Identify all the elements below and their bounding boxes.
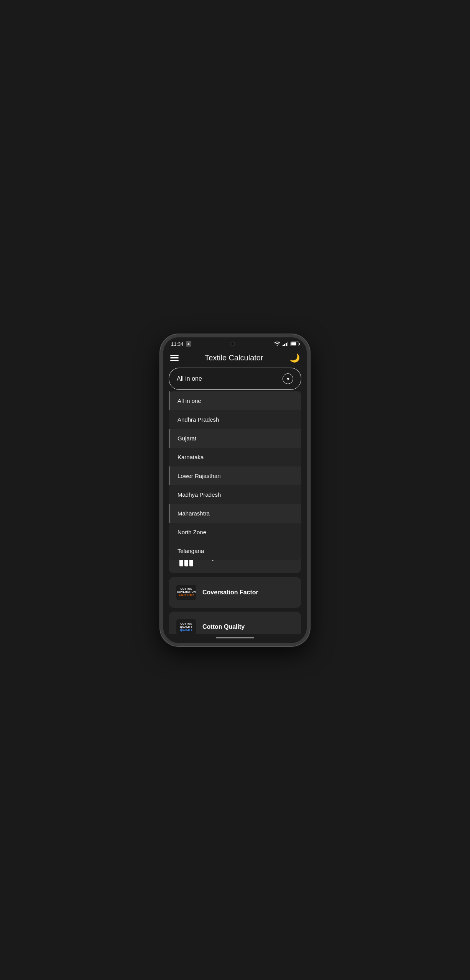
app-title: Textile Calculator: [205, 353, 263, 362]
dropdown-container: All in one ▾: [163, 368, 307, 391]
cotton-quality-icon: COTTONQUALITY QUALITY: [176, 617, 196, 634]
cotton-qual-box: COTTONQUALITY QUALITY: [176, 619, 196, 634]
phone-screen: 11:34 A: [163, 337, 307, 643]
signal-icon: [283, 342, 288, 346]
dropdown-selected-text: All in one: [177, 375, 202, 382]
scrollable-content: All in one Andhra Pradesh Gujarat Karnat…: [163, 391, 307, 634]
dropdown-option-telangana[interactable]: Telangana: [169, 542, 301, 560]
theme-toggle-icon[interactable]: 🌙: [289, 353, 300, 363]
home-indicator: [216, 637, 254, 638]
battery-fill: [291, 342, 296, 345]
status-icons: [274, 342, 299, 346]
bottom-bar: [163, 634, 307, 643]
dropdown-option-maharashtra[interactable]: Maharashtra: [169, 504, 301, 523]
conversation-factor-label: Coversation Factor: [202, 589, 258, 596]
cotton-cov-factor-text: FACTOR: [179, 593, 194, 597]
cotton-quality-label: Cotton Quality: [202, 623, 245, 630]
top-bar: Textile Calculator 🌙: [163, 349, 307, 368]
dropdown-list: All in one Andhra Pradesh Gujarat Karnat…: [169, 391, 301, 560]
camera-dot: [230, 342, 235, 346]
wifi-icon: [274, 342, 280, 346]
dropdown-option-madhya-pradesh[interactable]: Madhya Pradesh: [169, 485, 301, 504]
chevron-down-icon: ▾: [287, 376, 289, 382]
cotton-quality-card[interactable]: COTTONQUALITY QUALITY Cotton Quality: [169, 612, 301, 634]
status-time: 11:34: [171, 341, 184, 347]
dropdown-option-gujarat[interactable]: Gujarat: [169, 429, 301, 448]
battery-icon: [291, 342, 299, 346]
dropdown-option-lower-rajasthan[interactable]: Lower Rajasthan: [169, 466, 301, 485]
dropdown-selected[interactable]: All in one ▾: [169, 368, 301, 390]
dropdown-option-all-in-one[interactable]: All in one: [169, 391, 301, 410]
conversation-factor-card[interactable]: COTTONCOVERATION FACTOR Coversation Fact…: [169, 577, 301, 608]
hamburger-line-2: [170, 357, 179, 358]
dropdown-option-andhra-pradesh[interactable]: Andhra Pradesh: [169, 410, 301, 429]
dropdown-option-north-zone[interactable]: North Zone: [169, 523, 301, 542]
hamburger-line-1: [170, 355, 179, 356]
dropdown-option-karnataka[interactable]: Karnataka: [169, 448, 301, 466]
phone-frame: 11:34 A: [160, 334, 310, 646]
status-bar: 11:34 A: [163, 337, 307, 349]
hamburger-icon[interactable]: [170, 355, 179, 361]
cotton-coverage-icon: COTTONCOVERATION FACTOR: [176, 582, 196, 602]
hamburger-line-3: [170, 360, 179, 361]
cotton-cov-box: COTTONCOVERATION FACTOR: [176, 585, 196, 600]
cotton-qual-text: COTTONQUALITY: [180, 622, 193, 629]
cotton-qual-sub-text: QUALITY: [180, 628, 193, 631]
dropdown-arrow-icon[interactable]: ▾: [283, 373, 293, 384]
cotton-cov-text: COTTONCOVERATION: [177, 587, 196, 593]
